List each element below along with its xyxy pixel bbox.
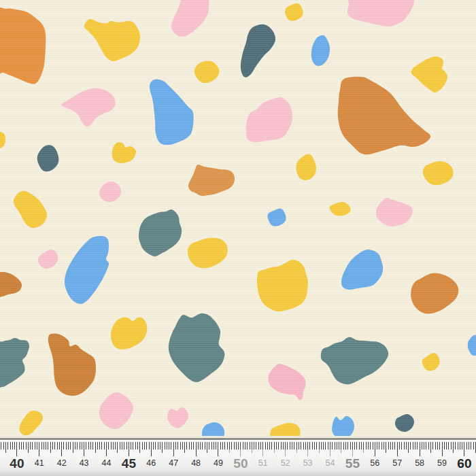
svg-text:54: 54 bbox=[326, 458, 335, 468]
svg-text:60: 60 bbox=[457, 456, 471, 471]
svg-text:55: 55 bbox=[345, 456, 360, 471]
svg-text:56: 56 bbox=[370, 458, 379, 468]
svg-text:47: 47 bbox=[169, 458, 178, 468]
svg-text:44: 44 bbox=[102, 458, 112, 468]
svg-text:49: 49 bbox=[214, 458, 223, 468]
svg-text:48: 48 bbox=[191, 458, 201, 468]
svg-text:59: 59 bbox=[437, 458, 447, 468]
svg-text:45: 45 bbox=[122, 456, 137, 471]
svg-text:51: 51 bbox=[258, 458, 268, 468]
svg-text:42: 42 bbox=[57, 458, 67, 468]
svg-text:43: 43 bbox=[80, 458, 89, 468]
svg-text:57: 57 bbox=[392, 458, 402, 468]
svg-text:53: 53 bbox=[303, 458, 313, 468]
svg-text:40: 40 bbox=[10, 456, 24, 471]
svg-text:52: 52 bbox=[281, 458, 290, 468]
svg-text:50: 50 bbox=[233, 456, 248, 471]
svg-text:58: 58 bbox=[415, 458, 424, 468]
svg-text:46: 46 bbox=[146, 458, 156, 468]
svg-text:41: 41 bbox=[35, 458, 44, 468]
